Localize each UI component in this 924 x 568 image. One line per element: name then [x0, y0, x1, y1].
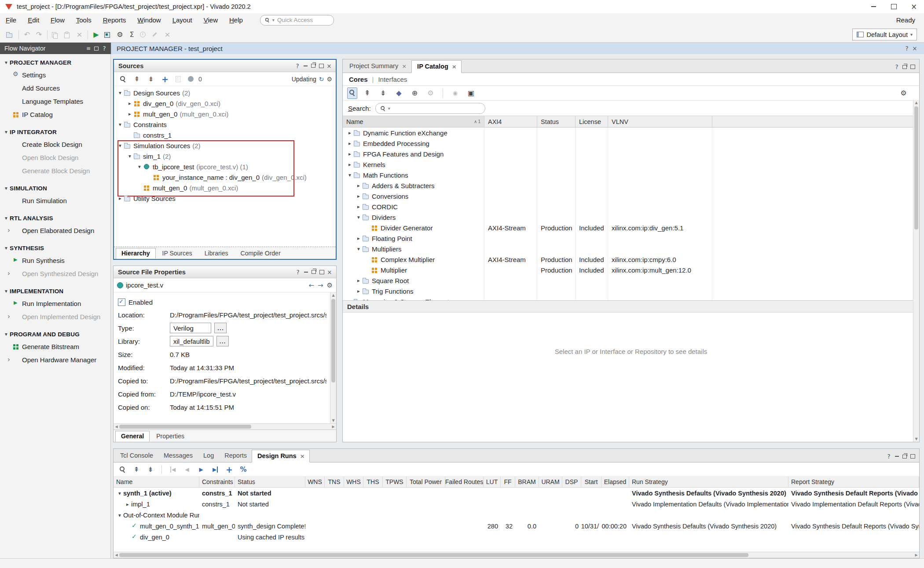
expander-icon[interactable] — [117, 142, 124, 149]
run-row-mult-gen-0-synth-1[interactable]: mult_gen_0_synth_1mult_gen_0synth_design… — [114, 521, 919, 532]
catalog-row-math-functions[interactable]: Math Functions — [343, 170, 919, 180]
expander-icon[interactable] — [346, 161, 353, 167]
tree-item-design-sources[interactable]: Design Sources(2) — [114, 87, 336, 98]
tree-item-your-instance-name-div-gen-0[interactable]: your_instance_name : div_gen_0(div_gen_0… — [114, 172, 336, 182]
nav-item-generate-block-design[interactable]: Generate Block Design — [0, 164, 110, 177]
scrollbar-thumb[interactable] — [331, 299, 335, 382]
expander-icon[interactable] — [126, 153, 133, 159]
nav-item-open-hardware-manager[interactable]: Open Hardware Manager — [0, 353, 110, 366]
close-button[interactable] — [326, 268, 334, 276]
runs-column-status[interactable]: Status — [235, 477, 305, 487]
library-input[interactable]: xil_defaultlib — [170, 336, 213, 346]
expander-icon[interactable] — [346, 172, 353, 178]
tab-reports[interactable]: Reports — [219, 449, 252, 462]
dock-button[interactable]: ≡ — [84, 44, 92, 52]
expander-icon[interactable] — [355, 288, 362, 294]
program-device-button[interactable] — [102, 29, 114, 40]
catalog-row-divider-generator[interactable]: Divider GeneratorAXI4-StreamProductionIn… — [343, 222, 919, 233]
catalog-row-square-root[interactable]: Square Root — [343, 275, 919, 286]
menu-window[interactable]: Window — [132, 15, 166, 25]
run-row-impl-1[interactable]: impl_1constrs_1Not startedVivado Impleme… — [114, 499, 919, 510]
scroll-down-button[interactable] — [913, 436, 919, 442]
nav-section-simulation[interactable]: SIMULATION — [0, 182, 110, 194]
catalog-row-kernels[interactable]: Kernels — [343, 159, 919, 170]
help-button[interactable] — [100, 44, 108, 52]
catalog-row-floating-point[interactable]: Floating Point — [343, 233, 919, 244]
window-close-button[interactable] — [904, 0, 924, 13]
expander-icon[interactable] — [355, 246, 362, 252]
scrollbar-thumb[interactable] — [119, 425, 251, 429]
type-select[interactable]: Verilog — [170, 323, 211, 333]
runs-column-lut[interactable]: LUT — [484, 477, 501, 487]
expander-icon[interactable] — [117, 121, 124, 127]
nav-section-rtl-analysis[interactable]: RTL ANALYSIS — [0, 212, 110, 224]
help-button[interactable] — [885, 452, 893, 460]
collapse-all-button[interactable] — [131, 464, 142, 475]
expander-icon[interactable] — [116, 512, 123, 518]
catalog-row-multiplier[interactable]: MultiplierProductionIncludedxilinx.com:i… — [343, 265, 919, 275]
nav-item-settings[interactable]: Settings — [0, 68, 110, 81]
tree-item-constrs-1[interactable]: constrs_1 — [114, 130, 336, 140]
menu-layout[interactable]: Layout — [167, 15, 198, 25]
tree-item-utility-sources[interactable]: Utility Sources — [114, 193, 336, 204]
runs-column-ff[interactable]: FF — [501, 477, 515, 487]
close-button[interactable] — [325, 62, 333, 70]
nav-section-synthesis[interactable]: SYNTHESIS — [0, 242, 110, 254]
nav-item-run-implementation[interactable]: Run Implementation — [0, 297, 110, 310]
tab-compile-order[interactable]: Compile Order — [235, 248, 286, 259]
expander-icon[interactable] — [355, 214, 362, 220]
tab-tcl-console[interactable]: Tcl Console — [114, 449, 158, 462]
catalog-row-complex-multiplier[interactable]: Complex MultiplierAXI4-StreamProductionI… — [343, 254, 919, 265]
runs-horizontal-scrollbar[interactable] — [114, 552, 919, 558]
runs-column-constraints[interactable]: Constraints — [199, 477, 235, 487]
expander-icon[interactable] — [355, 182, 362, 189]
close-icon[interactable] — [452, 63, 457, 70]
maximize-button[interactable] — [909, 452, 917, 460]
target-button[interactable]: ◉ — [449, 87, 461, 99]
run-button[interactable] — [90, 29, 102, 40]
details-toggle-button[interactable] — [465, 87, 477, 99]
tree-item-div-gen-0[interactable]: div_gen_0(div_gen_0.xci) — [114, 98, 336, 109]
sources-panel-header[interactable]: Sources — [114, 60, 336, 72]
column-license[interactable]: License — [576, 116, 608, 127]
minimize-button[interactable] — [302, 268, 310, 276]
expander-icon[interactable] — [116, 490, 123, 496]
nav-item-create-block-design[interactable]: Create Block Design — [0, 138, 110, 151]
nav-section-implementation[interactable]: IMPLEMENTATION — [0, 285, 110, 297]
menu-help[interactable]: Help — [224, 15, 249, 25]
runs-column-whs[interactable]: WHS — [344, 477, 363, 487]
catalog-row-fpga-features-and-design[interactable]: FPGA Features and Design — [343, 149, 919, 159]
float-button[interactable] — [901, 452, 909, 460]
tab-messages[interactable]: Messages — [158, 449, 198, 462]
tree-item-tb-ipcore-test[interactable]: tb_ipcore_test(ipcore_test.v) (1) — [114, 161, 336, 172]
scroll-right-button[interactable] — [913, 552, 919, 558]
catalog-row-embedded-processing[interactable]: Embedded Processing — [343, 138, 919, 149]
menu-reports[interactable]: Reports — [97, 15, 132, 25]
window-minimize-button[interactable] — [863, 0, 884, 13]
collapse-all-button[interactable] — [361, 87, 373, 99]
delete-button[interactable] — [73, 29, 85, 40]
scroll-left-button[interactable] — [114, 424, 119, 430]
launch-runs-button[interactable] — [196, 464, 206, 475]
expand-all-button[interactable] — [146, 74, 156, 84]
copy-button[interactable] — [50, 29, 62, 40]
run-row-synth-1-active[interactable]: synth_1 (active)constrs_1Not startedViva… — [114, 488, 919, 499]
runs-column-failed-routes[interactable]: Failed Routes — [445, 477, 484, 487]
customize-ip-button[interactable] — [425, 87, 436, 99]
reset-runs-button[interactable] — [168, 464, 178, 475]
maximize-button[interactable] — [318, 268, 326, 276]
window-maximize-button[interactable] — [884, 0, 904, 13]
runs-column-elapsed[interactable]: Elapsed — [601, 477, 629, 487]
collapse-all-button[interactable] — [132, 74, 142, 84]
scroll-down-button[interactable] — [330, 418, 336, 423]
expand-all-button[interactable] — [377, 87, 389, 99]
search-button[interactable] — [117, 74, 128, 84]
expander-icon[interactable] — [355, 193, 362, 199]
runs-column-total-power[interactable]: Total Power — [407, 477, 445, 487]
catalog-search-box[interactable] — [375, 103, 485, 114]
edit-button[interactable] — [150, 29, 161, 40]
quick-access-search[interactable] — [260, 15, 334, 25]
nav-item-open-block-design[interactable]: Open Block Design — [0, 151, 110, 164]
help-button[interactable] — [893, 63, 901, 71]
maximize-button[interactable] — [909, 63, 917, 71]
